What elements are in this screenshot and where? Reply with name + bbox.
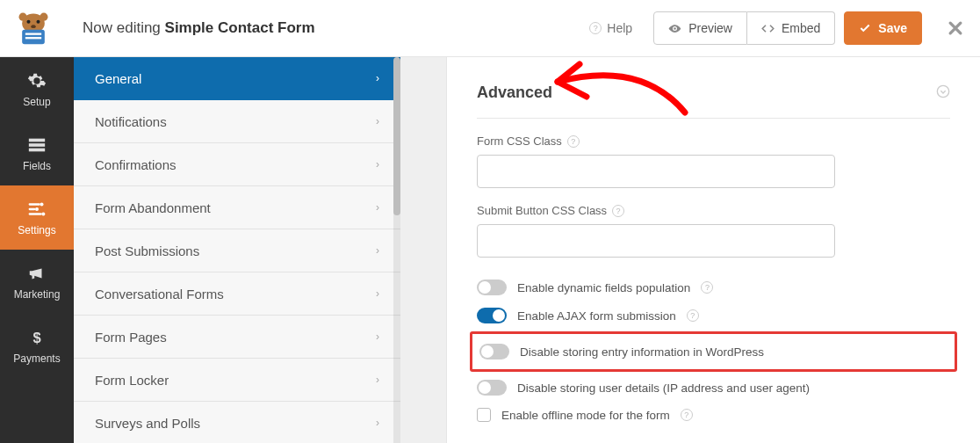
svg-point-13 bbox=[40, 202, 43, 206]
subnav-label: Notifications bbox=[95, 114, 167, 129]
chevron-right-icon: › bbox=[376, 287, 379, 300]
close-icon bbox=[947, 19, 964, 37]
subnav-form-abandonment[interactable]: Form Abandonment › bbox=[74, 186, 400, 229]
vnav-marketing[interactable]: Marketing bbox=[0, 250, 74, 314]
help-icon: ? bbox=[589, 22, 602, 34]
svg-point-4 bbox=[36, 20, 40, 24]
dollar-icon: $ bbox=[27, 328, 47, 347]
toggle-switch[interactable] bbox=[477, 308, 507, 323]
svg-text:$: $ bbox=[32, 329, 40, 345]
vnav-label: Payments bbox=[13, 352, 60, 365]
save-button[interactable]: Save bbox=[844, 11, 922, 45]
eye-icon bbox=[668, 22, 681, 35]
vertical-nav: Setup Fields Settings Marketing $ Paymen… bbox=[0, 57, 74, 443]
submit-css-label: Submit Button CSS Class bbox=[477, 204, 607, 217]
vnav-label: Fields bbox=[23, 160, 51, 172]
form-css-field: Form CSS Class ? bbox=[477, 134, 950, 188]
svg-rect-8 bbox=[25, 37, 41, 39]
subnav-conversational-forms[interactable]: Conversational Forms › bbox=[74, 272, 400, 316]
vnav-payments[interactable]: $ Payments bbox=[0, 314, 74, 378]
vnav-label: Setup bbox=[23, 96, 50, 108]
toggle-label: Enable AJAX form submission bbox=[517, 309, 676, 323]
subnav-label: Form Pages bbox=[95, 330, 167, 345]
advanced-panel: Advanced Form CSS Class ? Submit Button … bbox=[446, 57, 980, 443]
subnav-confirmations[interactable]: Confirmations › bbox=[74, 143, 400, 186]
settings-subnav: General › Notifications › Confirmations … bbox=[74, 57, 400, 443]
svg-point-2 bbox=[40, 13, 47, 21]
toggle-offline-mode: Enable offline mode for the form ? bbox=[477, 402, 950, 428]
subnav-general[interactable]: General › bbox=[74, 57, 400, 100]
toggle-switch[interactable] bbox=[477, 380, 507, 396]
svg-point-3 bbox=[26, 20, 30, 24]
chevron-right-icon: › bbox=[376, 417, 379, 429]
chevron-right-icon: › bbox=[376, 374, 379, 386]
subnav-label: Confirmations bbox=[95, 157, 177, 172]
svg-point-17 bbox=[937, 85, 948, 97]
subnav-label: Conversational Forms bbox=[95, 287, 224, 301]
subnav-notifications[interactable]: Notifications › bbox=[74, 100, 400, 143]
toggle-disable-user-details: Disable storing user details (IP address… bbox=[477, 374, 950, 402]
help-label: Help bbox=[607, 21, 632, 35]
toggle-switch[interactable] bbox=[479, 344, 509, 359]
help-icon[interactable]: ? bbox=[687, 309, 699, 322]
chevron-right-icon: › bbox=[376, 72, 379, 84]
form-css-input[interactable] bbox=[477, 155, 835, 188]
preview-label: Preview bbox=[688, 21, 732, 35]
code-icon bbox=[761, 22, 775, 35]
subnav-label: Form Abandonment bbox=[95, 200, 211, 215]
help-icon[interactable]: ? bbox=[612, 205, 624, 217]
help-icon[interactable]: ? bbox=[701, 281, 713, 294]
help-icon[interactable]: ? bbox=[681, 409, 693, 421]
panel-title: Advanced bbox=[477, 84, 552, 102]
vnav-fields[interactable]: Fields bbox=[0, 121, 74, 185]
subnav-label: Form Locker bbox=[95, 373, 169, 388]
subnav-label: Post Submissions bbox=[95, 243, 199, 258]
title-prefix: Now editing bbox=[83, 19, 165, 36]
help-link[interactable]: ? Help bbox=[577, 21, 645, 35]
help-icon[interactable]: ? bbox=[567, 135, 580, 148]
preview-button[interactable]: Preview bbox=[653, 11, 747, 45]
chevron-right-icon: › bbox=[376, 330, 379, 343]
collapse-icon[interactable] bbox=[936, 84, 950, 102]
close-button[interactable] bbox=[947, 19, 964, 37]
embed-button[interactable]: Embed bbox=[747, 11, 835, 45]
form-css-label: Form CSS Class bbox=[477, 134, 562, 148]
subnav-label: Surveys and Polls bbox=[95, 416, 200, 431]
subnav-label: General bbox=[95, 71, 141, 86]
chevron-right-icon: › bbox=[376, 201, 379, 214]
check-icon bbox=[859, 22, 871, 34]
toggle-disable-entry: Disable storing entry information in Wor… bbox=[479, 338, 948, 366]
vnav-setup[interactable]: Setup bbox=[0, 57, 74, 121]
subnav-surveys-polls[interactable]: Surveys and Polls › bbox=[74, 402, 400, 443]
chevron-right-icon: › bbox=[376, 158, 379, 171]
page-title: Now editing Simple Contact Form bbox=[83, 19, 315, 37]
chevron-right-icon: › bbox=[376, 244, 379, 257]
subnav-form-pages[interactable]: Form Pages › bbox=[74, 316, 400, 359]
toggle-switch[interactable] bbox=[477, 280, 507, 295]
title-form-name: Simple Contact Form bbox=[165, 19, 315, 36]
toggle-label: Disable storing user details (IP address… bbox=[517, 381, 810, 395]
main-canvas: Advanced Form CSS Class ? Submit Button … bbox=[400, 57, 980, 443]
submit-css-input[interactable] bbox=[477, 224, 835, 258]
svg-point-5 bbox=[31, 25, 36, 28]
vnav-settings[interactable]: Settings bbox=[0, 185, 74, 250]
submit-css-field: Submit Button CSS Class ? bbox=[477, 204, 950, 258]
svg-rect-10 bbox=[29, 138, 45, 142]
embed-label: Embed bbox=[782, 21, 820, 35]
subnav-post-submissions[interactable]: Post Submissions › bbox=[74, 229, 400, 272]
svg-rect-11 bbox=[29, 143, 45, 147]
svg-point-9 bbox=[674, 27, 676, 30]
save-label: Save bbox=[878, 21, 907, 35]
list-icon bbox=[27, 135, 47, 155]
wpforms-logo bbox=[11, 5, 56, 51]
svg-point-1 bbox=[19, 13, 27, 21]
sliders-icon bbox=[27, 200, 47, 219]
checkbox[interactable] bbox=[477, 408, 491, 422]
subnav-form-locker[interactable]: Form Locker › bbox=[74, 359, 400, 402]
vnav-label: Settings bbox=[18, 224, 55, 236]
scrollbar-thumb[interactable] bbox=[393, 57, 400, 215]
topbar: Now editing Simple Contact Form ? Help P… bbox=[0, 0, 980, 57]
chevron-right-icon: › bbox=[376, 115, 379, 127]
svg-rect-12 bbox=[29, 148, 45, 151]
topbar-actions: ? Help Preview Embed Save bbox=[577, 11, 964, 45]
